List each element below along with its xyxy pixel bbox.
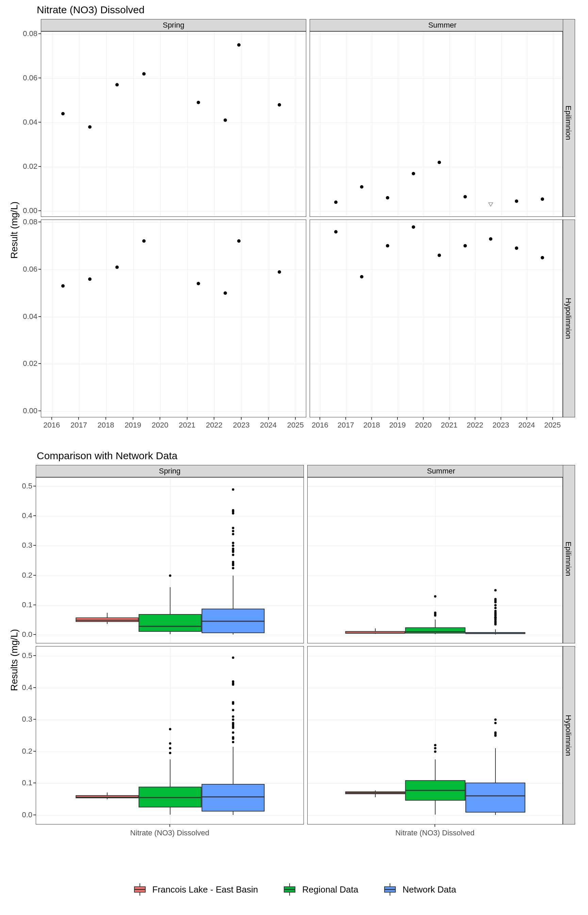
- top-ylabel: Result (mg/L): [9, 202, 20, 259]
- outlier-point: [494, 607, 496, 609]
- data-point: [334, 230, 338, 233]
- facet-row-label: Epilimnion: [564, 105, 573, 140]
- outlier-point: [232, 736, 234, 738]
- data-point: [142, 239, 145, 243]
- outlier-point: [434, 611, 436, 614]
- box: [202, 784, 264, 811]
- y-tick-label: 0.04: [19, 118, 37, 127]
- y-tick-label: 0.2: [18, 571, 32, 580]
- top-title: Nitrate (NO3) Dissolved: [37, 4, 145, 16]
- legend-key-icon: [382, 883, 398, 896]
- scatter-panel: [41, 31, 306, 217]
- outlier-point: [232, 680, 234, 682]
- legend: Francois Lake - East BasinRegional DataN…: [132, 883, 456, 896]
- outlier-point: [434, 744, 436, 747]
- outlier-point: [232, 561, 234, 563]
- outlier-point: [232, 731, 234, 734]
- data-point: [488, 202, 493, 207]
- outlier-point: [169, 742, 171, 745]
- x-category-label: Nitrate (NO3) Dissolved: [396, 829, 474, 837]
- outlier-point: [232, 530, 234, 532]
- outlier-point: [232, 715, 234, 718]
- y-tick-label: 0.06: [19, 74, 37, 82]
- outlier-point: [434, 747, 436, 750]
- data-point: [360, 275, 363, 278]
- scatter-panel: [310, 31, 563, 217]
- x-tick-label: 2018: [98, 421, 114, 430]
- x-tick-label: 2020: [152, 421, 168, 430]
- data-point: [515, 246, 518, 250]
- outlier-point: [232, 741, 234, 743]
- x-tick-label: 2019: [389, 421, 406, 430]
- data-point: [386, 244, 389, 247]
- x-tick-label: 2020: [415, 421, 432, 430]
- outlier-point: [494, 719, 496, 721]
- x-tick-label: 2017: [338, 421, 354, 430]
- data-point: [464, 195, 467, 199]
- x-tick-label: 2024: [518, 421, 535, 430]
- y-tick-label: 0.06: [19, 265, 37, 274]
- legend-item: Network Data: [382, 883, 456, 896]
- x-tick-label: 2016: [43, 421, 60, 430]
- data-point: [142, 72, 145, 76]
- facet-row-label: Epilimnion: [564, 542, 573, 576]
- data-point: [278, 270, 281, 274]
- y-tick-label: 0.5: [18, 651, 32, 660]
- outlier-point: [232, 719, 234, 721]
- y-tick-label: 0.3: [18, 715, 32, 724]
- outlier-point: [169, 728, 171, 731]
- y-tick-label: 0.3: [18, 541, 32, 550]
- outlier-point: [232, 722, 234, 724]
- x-tick-label: 2017: [70, 421, 87, 430]
- y-tick-label: 0.5: [18, 482, 32, 490]
- data-point: [224, 118, 227, 122]
- outlier-point: [434, 595, 436, 597]
- y-tick-label: 0.1: [18, 600, 32, 609]
- outlier-point: [434, 750, 436, 753]
- facet-col-header: Summer: [307, 465, 575, 477]
- data-point: [541, 197, 544, 201]
- box: [139, 614, 202, 632]
- data-point: [197, 282, 200, 285]
- data-point: [88, 125, 92, 129]
- facet-col-header: Spring: [36, 465, 304, 477]
- x-tick-label: 2025: [544, 421, 561, 430]
- data-point: [278, 103, 281, 107]
- bottom-title: Comparison with Network Data: [37, 450, 177, 462]
- facet-col-header: Spring: [41, 19, 306, 31]
- data-point: [334, 200, 338, 204]
- y-tick-label: 0.2: [18, 747, 32, 756]
- x-category-label: Nitrate (NO3) Dissolved: [130, 829, 209, 837]
- outlier-point: [169, 747, 171, 750]
- data-point: [412, 172, 415, 175]
- outlier-point: [232, 488, 234, 490]
- legend-key-icon: [282, 883, 297, 896]
- data-point: [489, 237, 493, 241]
- x-tick-label: 2025: [287, 421, 304, 430]
- outlier-point: [232, 542, 234, 544]
- outlier-point: [232, 548, 234, 550]
- data-point: [412, 225, 415, 229]
- y-tick-label: 0.02: [19, 162, 37, 171]
- outlier-point: [494, 610, 496, 613]
- data-point: [115, 83, 119, 86]
- facet-row-label: Hypolimnion: [564, 298, 573, 339]
- y-tick-label: 0.0: [18, 630, 32, 639]
- data-point: [438, 161, 441, 164]
- x-tick-label: 2019: [124, 421, 141, 430]
- outlier-point: [232, 567, 234, 569]
- scatter-panel: [310, 220, 563, 417]
- outlier-point: [494, 598, 496, 600]
- outlier-point: [169, 574, 171, 577]
- legend-key-icon: [132, 883, 148, 896]
- data-point: [88, 277, 92, 281]
- scatter-panel: [41, 220, 306, 417]
- x-tick-label: 2016: [312, 421, 328, 430]
- outlier-point: [494, 604, 496, 606]
- facet-col-header: Summer: [310, 19, 575, 31]
- x-tick-label: 2018: [363, 421, 380, 430]
- data-point: [197, 101, 200, 104]
- boxplot-panel: [36, 646, 304, 824]
- data-point: [438, 254, 441, 257]
- x-tick-label: 2022: [467, 421, 483, 430]
